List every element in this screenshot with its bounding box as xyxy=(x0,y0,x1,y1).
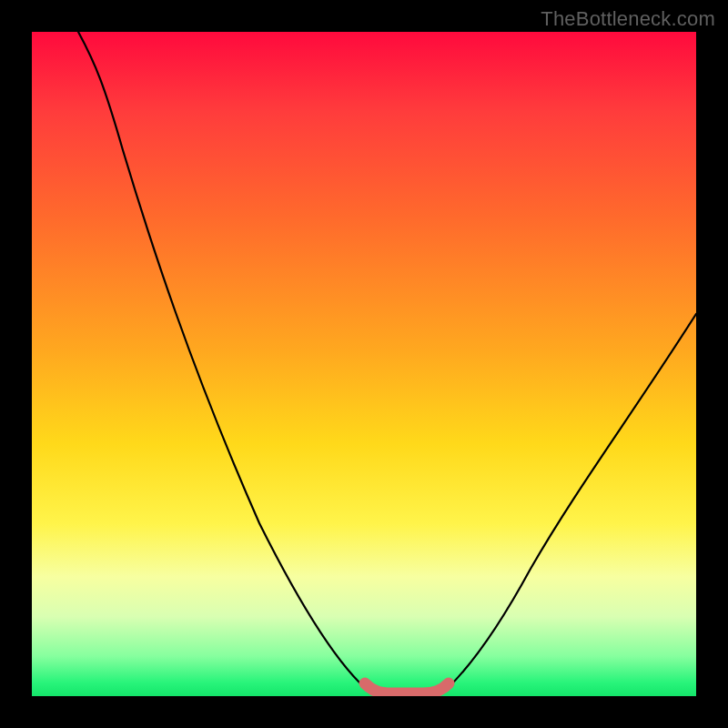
chart-frame: TheBottleneck.com xyxy=(0,0,728,728)
watermark-label: TheBottleneck.com xyxy=(541,7,715,31)
curve-right-limb xyxy=(443,314,696,693)
plot-area xyxy=(32,32,696,696)
curve-layer xyxy=(32,32,696,696)
curve-trough xyxy=(365,683,449,693)
curve-left-limb xyxy=(78,32,370,693)
